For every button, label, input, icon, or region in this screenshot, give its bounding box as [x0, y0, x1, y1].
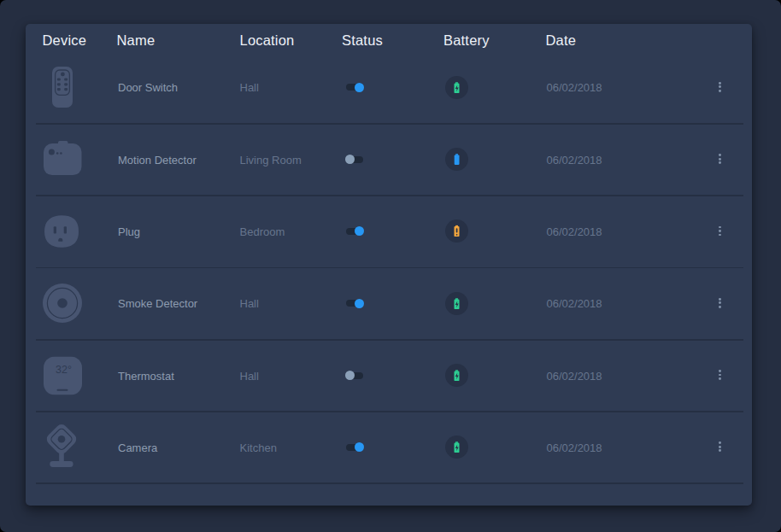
svg-text:32°: 32°: [56, 364, 72, 376]
